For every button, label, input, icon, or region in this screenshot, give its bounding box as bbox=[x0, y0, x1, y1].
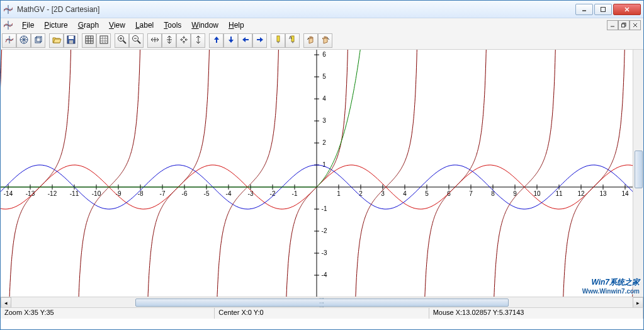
svg-text:5: 5 bbox=[425, 190, 429, 197]
maximize-button[interactable] bbox=[594, 4, 612, 15]
zoom-out-button[interactable] bbox=[129, 33, 144, 48]
arrow-left-icon bbox=[240, 35, 251, 47]
svg-rect-33 bbox=[100, 36, 108, 43]
menu-window[interactable]: Window bbox=[186, 20, 223, 31]
new-2d-icon bbox=[4, 35, 14, 47]
svg-text:-10: -10 bbox=[92, 190, 101, 197]
grid-on-icon bbox=[84, 35, 94, 47]
hand-right-button[interactable] bbox=[318, 33, 332, 48]
svg-rect-3 bbox=[601, 7, 606, 11]
svg-text:1: 1 bbox=[337, 190, 341, 197]
open-button[interactable] bbox=[49, 33, 64, 48]
save-button[interactable] bbox=[64, 33, 78, 48]
arrow-right-icon bbox=[255, 35, 265, 47]
mdi-doc-icon bbox=[3, 20, 13, 30]
svg-text:-14: -14 bbox=[4, 190, 13, 197]
new-2d-button[interactable] bbox=[2, 33, 16, 48]
arrow-down-button[interactable] bbox=[223, 33, 238, 48]
scrollbar-thumb-v[interactable] bbox=[635, 151, 643, 188]
horizontal-scrollbar[interactable]: ◂ ▸ bbox=[1, 297, 643, 307]
fit-horizontal-button[interactable] bbox=[147, 33, 162, 48]
fit-both-button[interactable] bbox=[176, 33, 191, 48]
mdi-restore-button[interactable] bbox=[618, 20, 630, 30]
svg-rect-54 bbox=[277, 36, 280, 42]
zoom-in-button[interactable] bbox=[115, 33, 129, 48]
svg-text:9: 9 bbox=[513, 190, 517, 197]
svg-line-43 bbox=[137, 41, 140, 44]
fit-vertical-icon bbox=[164, 35, 174, 47]
new-3d-icon bbox=[33, 35, 43, 47]
grid-style-button[interactable] bbox=[96, 33, 111, 48]
svg-text:2: 2 bbox=[322, 139, 326, 146]
hand-left-button[interactable] bbox=[303, 33, 318, 48]
label-point-icon: A bbox=[288, 35, 298, 47]
menu-file[interactable]: File bbox=[17, 20, 39, 31]
svg-text:A: A bbox=[289, 35, 292, 40]
highlight-point-icon bbox=[273, 35, 283, 47]
title-bar: MathGV - [2D Cartesian] bbox=[1, 1, 643, 18]
close-button[interactable] bbox=[613, 4, 641, 15]
status-bar: Zoom X:35 Y:35 Center X:0 Y:0 Mouse X:13… bbox=[1, 307, 643, 319]
window-title: MathGV - [2D Cartesian] bbox=[17, 5, 575, 14]
svg-text:-3: -3 bbox=[248, 190, 254, 197]
label-point-button[interactable]: A bbox=[285, 33, 300, 48]
save-icon bbox=[66, 35, 76, 47]
svg-rect-27 bbox=[69, 40, 73, 43]
minimize-button[interactable] bbox=[575, 4, 593, 15]
toolbar: A bbox=[1, 32, 643, 50]
hand-left-icon bbox=[306, 35, 316, 47]
plot-area: -14-13-12-11-10-9-8-7-6-5-4-3-2-11234567… bbox=[1, 50, 643, 307]
svg-text:-2: -2 bbox=[322, 227, 327, 234]
svg-text:10: 10 bbox=[533, 190, 541, 197]
mdi-minimize-button[interactable] bbox=[607, 20, 618, 30]
status-center: Center X:0 Y:0 bbox=[215, 308, 429, 319]
svg-line-39 bbox=[123, 41, 126, 44]
menu-help[interactable]: Help bbox=[223, 20, 249, 31]
svg-text:6: 6 bbox=[322, 51, 326, 58]
svg-text:4: 4 bbox=[403, 190, 407, 197]
svg-text:3: 3 bbox=[322, 117, 326, 124]
svg-rect-26 bbox=[69, 36, 74, 39]
scroll-right-button[interactable]: ▸ bbox=[633, 297, 643, 307]
svg-text:-4: -4 bbox=[322, 271, 327, 278]
svg-text:-5: -5 bbox=[204, 190, 210, 197]
plot-canvas[interactable]: -14-13-12-11-10-9-8-7-6-5-4-3-2-11234567… bbox=[1, 50, 633, 297]
menu-picture[interactable]: Picture bbox=[39, 20, 72, 31]
hand-right-icon bbox=[320, 35, 330, 47]
svg-text:-1: -1 bbox=[322, 205, 327, 212]
menu-view[interactable]: View bbox=[104, 20, 130, 31]
fit-horizontal-icon bbox=[150, 35, 160, 47]
arrow-up-button[interactable] bbox=[209, 33, 223, 48]
new-3d-button[interactable] bbox=[31, 33, 45, 48]
menu-label[interactable]: Label bbox=[130, 20, 159, 31]
grid-style-icon bbox=[99, 35, 109, 47]
svg-text:12: 12 bbox=[577, 190, 585, 197]
fit-center-button[interactable] bbox=[191, 33, 205, 48]
open-icon bbox=[52, 35, 62, 47]
status-mouse: Mouse X:13.02857 Y:5.37143 bbox=[429, 308, 643, 319]
zoom-in-icon bbox=[117, 35, 127, 47]
app-icon bbox=[3, 4, 13, 14]
new-polar-button[interactable] bbox=[16, 33, 31, 48]
svg-text:-11: -11 bbox=[70, 190, 79, 197]
mdi-close-button[interactable] bbox=[630, 20, 641, 30]
menu-graph[interactable]: Graph bbox=[73, 20, 104, 31]
new-polar-icon bbox=[19, 35, 29, 47]
status-zoom: Zoom X:35 Y:35 bbox=[1, 308, 215, 319]
fit-center-icon bbox=[193, 35, 203, 47]
fit-vertical-button[interactable] bbox=[162, 33, 176, 48]
scroll-left-button[interactable]: ◂ bbox=[1, 297, 11, 307]
svg-text:-1: -1 bbox=[292, 190, 298, 197]
menu-bar: FilePictureGraphViewLabelToolsWindowHelp bbox=[1, 18, 643, 32]
svg-text:-3: -3 bbox=[322, 249, 327, 256]
arrow-right-button[interactable] bbox=[252, 33, 267, 48]
highlight-point-button[interactable] bbox=[271, 33, 285, 48]
svg-text:-6: -6 bbox=[182, 190, 188, 197]
menu-tools[interactable]: Tools bbox=[159, 20, 186, 31]
svg-text:4: 4 bbox=[322, 95, 326, 102]
grid-on-button[interactable] bbox=[82, 33, 96, 48]
vertical-scrollbar[interactable] bbox=[633, 50, 643, 297]
svg-text:13: 13 bbox=[599, 190, 607, 197]
scrollbar-thumb-h[interactable] bbox=[135, 299, 508, 307]
arrow-left-button[interactable] bbox=[238, 33, 252, 48]
